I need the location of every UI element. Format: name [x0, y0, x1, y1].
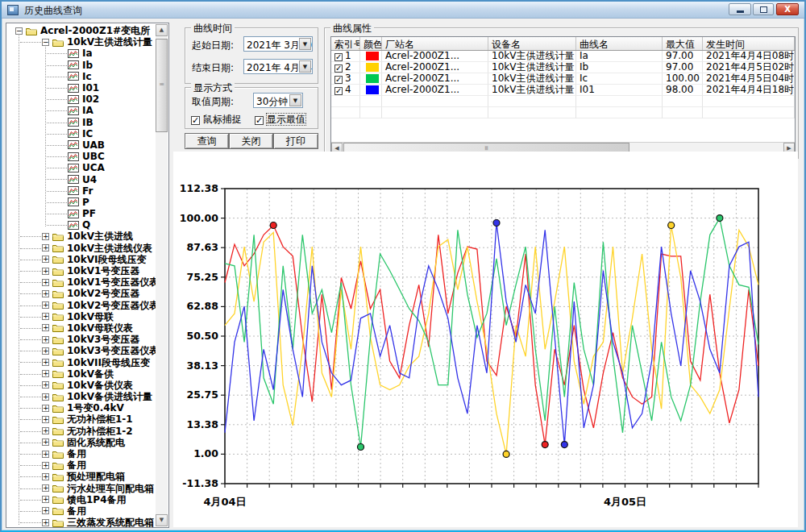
- expand-icon[interactable]: +: [42, 507, 49, 514]
- tree-item[interactable]: +10kV主供进线: [7, 231, 156, 242]
- scroll-up-icon[interactable]: ▲: [156, 24, 168, 36]
- tree-item[interactable]: Ib: [7, 60, 156, 71]
- expand-icon[interactable]: +: [42, 324, 49, 331]
- tree-item[interactable]: +10kV3号变压器: [7, 334, 156, 345]
- tree-item[interactable]: +固化系统配电: [7, 437, 156, 448]
- tree-item[interactable]: +无功补偿柜1-1: [7, 414, 156, 425]
- column-header[interactable]: 曲线名: [576, 37, 663, 50]
- tree-item[interactable]: +备用: [7, 459, 156, 471]
- tree-scrollbar[interactable]: ▲ ≡ ▼: [156, 24, 168, 526]
- tree-item[interactable]: +10kV1号变压器仪表: [7, 276, 156, 288]
- tree-item[interactable]: PF: [7, 208, 156, 219]
- tree-item[interactable]: +1号变0.4kV: [7, 402, 156, 414]
- column-header[interactable]: 设备名: [488, 37, 576, 50]
- row-checkbox[interactable]: ✓: [334, 53, 343, 61]
- tree-item[interactable]: +三效蒸发系统配电箱: [7, 517, 156, 528]
- expand-icon[interactable]: +: [42, 336, 49, 343]
- tree-item[interactable]: +10kVI段母线压变: [7, 254, 156, 265]
- tree-item[interactable]: UAB: [7, 139, 156, 151]
- expand-icon[interactable]: +: [42, 279, 49, 286]
- tree-item[interactable]: −Acrel-2000Z1#变电所: [7, 25, 156, 36]
- expand-icon[interactable]: +: [42, 393, 49, 401]
- tree-item[interactable]: +10kV1号变压器: [7, 265, 156, 276]
- tree-item[interactable]: IC: [7, 128, 156, 139]
- tree-item[interactable]: P: [7, 197, 156, 208]
- column-header[interactable]: 厂站名: [382, 37, 488, 50]
- row-checkbox[interactable]: ✓: [334, 76, 343, 84]
- expand-icon[interactable]: +: [42, 347, 49, 355]
- expand-icon[interactable]: +: [42, 256, 49, 263]
- expand-icon[interactable]: +: [42, 473, 49, 480]
- table-row[interactable]: ✓1Acrel-2000Z1...10kV主供进线计量Ia97.002021年4…: [331, 51, 795, 62]
- tree-item[interactable]: Q: [7, 219, 156, 231]
- tree-item[interactable]: +备用: [7, 505, 156, 517]
- tree-item[interactable]: +馈电1P4备用: [7, 494, 156, 505]
- expand-icon[interactable]: +: [42, 268, 49, 275]
- expand-icon[interactable]: +: [42, 427, 49, 434]
- column-header[interactable]: 发生时间: [703, 37, 795, 50]
- query-button[interactable]: 查询: [185, 133, 229, 149]
- period-combo[interactable]: 30分钟 ▼: [253, 93, 303, 108]
- tree-item[interactable]: +10kV备供仪表: [7, 380, 156, 391]
- tree-item[interactable]: +10kV备供进线计量: [7, 391, 156, 402]
- minimize-button[interactable]: [729, 3, 751, 15]
- tree-item[interactable]: UCA: [7, 162, 156, 173]
- expand-icon[interactable]: +: [42, 438, 49, 446]
- chevron-down-icon[interactable]: ▼: [289, 94, 301, 106]
- expand-icon[interactable]: +: [42, 244, 49, 251]
- chevron-down-icon[interactable]: ▼: [299, 60, 311, 73]
- collapse-icon[interactable]: −: [15, 27, 23, 35]
- expand-icon[interactable]: +: [42, 313, 49, 320]
- expand-icon[interactable]: +: [42, 359, 49, 366]
- expand-icon[interactable]: +: [42, 370, 49, 377]
- end-date-combo[interactable]: 2021年 4月14 ▼: [243, 59, 313, 74]
- tree-item[interactable]: Ia: [7, 48, 156, 59]
- title-bar[interactable]: 历史曲线查询 X: [2, 2, 804, 19]
- expand-icon[interactable]: +: [42, 233, 49, 240]
- tree-item[interactable]: +10kV3号变压器仪表: [7, 345, 156, 356]
- column-header[interactable]: 最大值: [663, 37, 703, 50]
- tree-item[interactable]: +10kV母联仪表: [7, 322, 156, 334]
- maximize-button[interactable]: [753, 3, 774, 15]
- tree-item[interactable]: U4: [7, 173, 156, 185]
- mouse-capture-checkbox[interactable]: ✓ 鼠标捕捉: [191, 113, 242, 127]
- expand-icon[interactable]: +: [42, 451, 49, 458]
- close-button[interactable]: X: [776, 3, 799, 15]
- print-button[interactable]: 打印: [273, 133, 318, 149]
- expand-icon[interactable]: +: [42, 301, 49, 309]
- column-header[interactable]: 索引号: [331, 37, 360, 50]
- table-row[interactable]: ✓2Acrel-2000Z1...10kV主供进线计量Ib97.002021年4…: [331, 62, 795, 73]
- row-checkbox[interactable]: ✓: [334, 64, 343, 73]
- expand-icon[interactable]: +: [42, 381, 49, 389]
- tree-scrollbar-thumb[interactable]: ≡: [156, 39, 168, 132]
- tree-item[interactable]: +污水处理车间配电箱: [7, 483, 156, 494]
- expand-icon[interactable]: +: [42, 496, 49, 503]
- table-row[interactable]: ✓4Acrel-2000Z1...10kV主供进线计量I0198.002021年…: [331, 85, 795, 96]
- tree-item[interactable]: +无功补偿柜1-2: [7, 426, 156, 437]
- collapse-icon[interactable]: −: [42, 39, 49, 46]
- expand-icon[interactable]: +: [42, 416, 49, 423]
- tree-item[interactable]: +预处理配电箱: [7, 471, 156, 482]
- expand-icon[interactable]: +: [42, 519, 49, 526]
- tree-item[interactable]: Ic: [7, 71, 156, 82]
- expand-icon[interactable]: +: [42, 405, 49, 412]
- row-checkbox[interactable]: ✓: [334, 87, 343, 95]
- tree-item[interactable]: Fr: [7, 185, 156, 197]
- tree-item[interactable]: +10kV母联: [7, 311, 156, 322]
- tree-item[interactable]: −10kV主供进线计量: [7, 36, 156, 48]
- column-header[interactable]: 颜色: [360, 37, 382, 50]
- tree-item[interactable]: +10kV2号变压器仪表: [7, 300, 156, 311]
- tree-item[interactable]: I01: [7, 82, 156, 94]
- tree-item[interactable]: +备用: [7, 448, 156, 459]
- start-date-combo[interactable]: 2021年 3月30 ▼: [243, 36, 313, 52]
- tree-item[interactable]: UBC: [7, 151, 156, 162]
- checkbox-check-icon[interactable]: ✓: [255, 116, 264, 125]
- expand-icon[interactable]: +: [42, 462, 49, 469]
- tree-item[interactable]: +10kV2号变压器: [7, 288, 156, 299]
- tree-item[interactable]: +10kV主供进线仪表: [7, 243, 156, 254]
- tree-item[interactable]: IB: [7, 117, 156, 128]
- checkbox-check-icon[interactable]: ✓: [191, 116, 200, 125]
- table-header[interactable]: 索引号颜色厂站名设备名曲线名最大值发生时间: [331, 37, 795, 51]
- tree-item[interactable]: IA: [7, 105, 156, 116]
- show-extremes-checkbox[interactable]: ✓ 显示最值: [255, 113, 305, 127]
